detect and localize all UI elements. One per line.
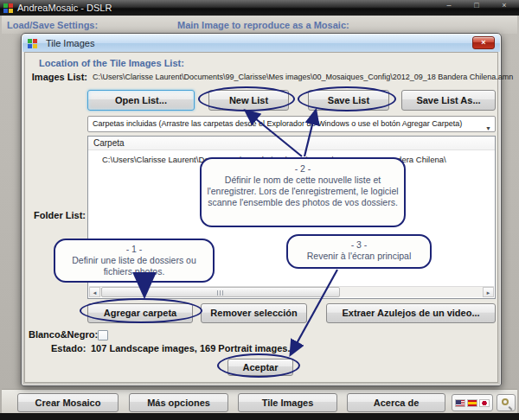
us-flag-icon [455, 399, 465, 407]
dialog-mosaic-icon [28, 39, 37, 48]
load-save-settings-heading: Load/Save Settings: [7, 20, 98, 30]
dialog-close-icon[interactable]: × [472, 36, 495, 49]
folders-dropdown-value: Carpetas incluidas (Arrastre las carpeta… [93, 119, 462, 128]
window-controls: – □ × [441, 1, 512, 10]
maximize-icon[interactable]: □ [469, 1, 484, 10]
app-mosaic-icon [3, 3, 13, 13]
folder-list-label: Folder List: [25, 210, 86, 220]
main-titlebar: AndreaMosaic - DSLR – □ × [0, 0, 519, 16]
open-list-button[interactable]: Open List... [87, 90, 195, 111]
balloon-1-text: Definir une liste de dossiers ou fichier… [61, 255, 208, 277]
main-window-title: AndreaMosaic - DSLR [17, 3, 112, 13]
blanco-negro-label: Blanco&Negro: [29, 329, 98, 340]
extraer-azulejos-button[interactable]: Extraer Azulejos de un video... [326, 303, 496, 323]
annotation-balloon-3: - 3 - Revenir à l'écran principal [286, 234, 432, 269]
agregar-carpeta-button[interactable]: Agregar carpeta [87, 303, 193, 323]
crear-mosaico-button[interactable]: Crear Mosaico [17, 393, 119, 412]
status-label: Estado: [51, 343, 86, 353]
save-list-button[interactable]: Save List [308, 90, 389, 111]
scroll-right-icon[interactable]: ► [483, 287, 494, 297]
balloon-3-text: Revenir à l'écran principal [293, 251, 425, 262]
save-list-as-button[interactable]: Save List As... [401, 90, 496, 111]
minimize-icon[interactable]: – [441, 1, 457, 10]
images-list-label: Images List: [25, 72, 87, 82]
dialog-title: Tile Images [46, 38, 94, 48]
annotation-balloon-2: - 2 - Définir le nom de cette nouvelle l… [200, 157, 406, 227]
balloon-3-title: - 3 - [293, 239, 425, 251]
tile-images-button[interactable]: Tile Images [238, 393, 337, 412]
new-list-button[interactable]: New List [208, 90, 289, 111]
balloon-1-title: - 1 - [61, 244, 208, 255]
main-content-header: Load/Save Settings: Main Image to reprod… [2, 16, 517, 34]
scroll-left-icon[interactable]: ◄ [89, 287, 100, 297]
balloon-2-text: Définir le nom de cette nouvelle liste e… [207, 175, 399, 208]
images-list-path: C:\Users\Clarisse Laurent\Documents\99_C… [93, 73, 496, 81]
scrollbar-thumb[interactable] [101, 287, 340, 297]
spain-flag-icon [467, 399, 477, 407]
main-bottom-toolbar: Crear Mosaico Más opciones Tile Images A… [2, 389, 517, 413]
chevron-down-icon: ▼ [485, 121, 491, 132]
acerca-de-button[interactable]: Acerca de [347, 393, 445, 412]
mas-opciones-button[interactable]: Más opciones [129, 393, 228, 412]
magnifier-icon [502, 398, 509, 405]
close-icon[interactable]: × [497, 1, 512, 10]
main-image-heading: Main Image to reproduce as a Mosaic: [177, 20, 349, 30]
folder-list-column-header: Carpeta [88, 137, 495, 150]
aceptar-button[interactable]: Aceptar [227, 359, 293, 376]
window-bottom-border [0, 413, 519, 420]
blanco-negro-checkbox[interactable] [98, 330, 108, 340]
remover-seleccion-button[interactable]: Remover selección [201, 303, 307, 323]
location-heading: Location of the Tile Images List: [39, 58, 184, 68]
japan-flag-icon [479, 399, 490, 407]
balloon-2-title: - 2 - [207, 163, 399, 175]
annotation-balloon-1: - 1 - Definir une liste de dossiers ou f… [54, 239, 215, 283]
horizontal-scrollbar[interactable]: ◄ ► [89, 286, 494, 297]
folders-dropdown[interactable]: Carpetas incluidas (Arrastre las carpeta… [87, 116, 496, 132]
screen: AndreaMosaic - DSLR – □ × Load/Save Sett… [0, 0, 519, 420]
magnifier-button[interactable] [497, 394, 516, 411]
dialog-titlebar[interactable]: Tile Images × [22, 35, 500, 52]
status-text: 107 Landscape images, 169 Portrait image… [91, 343, 291, 353]
language-flags-button[interactable] [452, 394, 493, 411]
